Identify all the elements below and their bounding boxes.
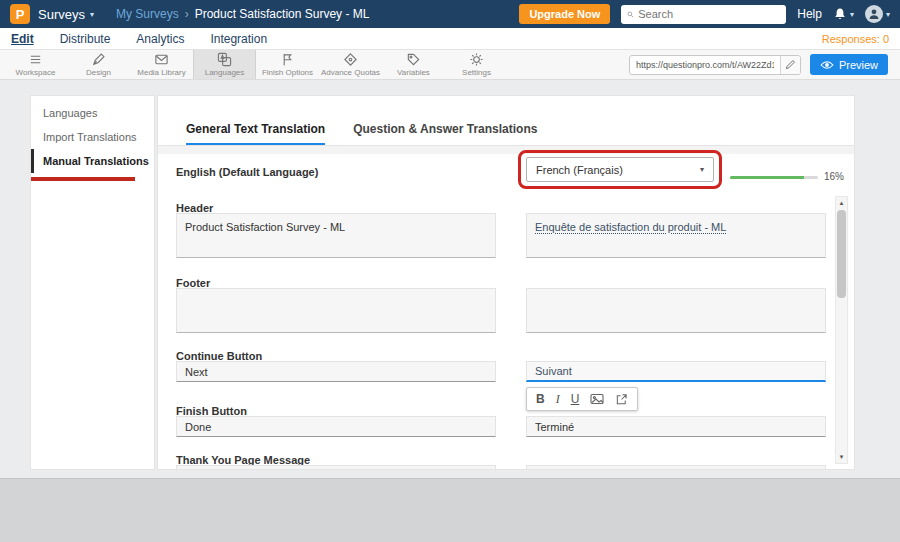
scroll-down-button[interactable]: ▼	[836, 451, 847, 463]
settings-gear-icon	[469, 52, 484, 67]
target-text-header-value: Enquête de satisfaction du produit - ML	[535, 221, 726, 233]
toolbar-item-finish-options[interactable]: Finish Options	[256, 50, 319, 79]
breadcrumb-my-surveys[interactable]: My Surveys	[116, 7, 179, 21]
format-toolbar: B I U	[526, 387, 638, 411]
insert-link-button[interactable]	[615, 393, 628, 406]
toolbar-item-label: Finish Options	[262, 68, 313, 77]
search-input[interactable]	[638, 8, 780, 20]
toolbar-item-label: Advance Quotas	[321, 68, 380, 77]
topbar: P Surveys ▾ My Surveys › Product Satisfa…	[0, 0, 900, 28]
logo-letter: P	[16, 7, 25, 22]
sidebar-item-manual-translations[interactable]: Manual Translations	[31, 149, 154, 173]
toolbar-item-label: Variables	[397, 68, 430, 77]
scrollbar-thumb[interactable]	[837, 210, 846, 298]
target-text-header[interactable]: Enquête de satisfaction du produit - ML	[526, 213, 826, 258]
toolbar-item-variables[interactable]: Variables	[382, 50, 445, 79]
media-library-icon	[154, 52, 169, 67]
upgrade-now-button[interactable]: Upgrade Now	[519, 4, 610, 24]
account-menu[interactable]: ▾	[865, 5, 890, 23]
tab-edit[interactable]: Edit	[11, 32, 34, 46]
source-text-thank-you[interactable]	[176, 465, 496, 470]
bell-icon	[833, 7, 847, 21]
target-text-thank-you[interactable]	[526, 465, 826, 470]
chevron-down-icon: ▾	[700, 165, 704, 174]
pencil-icon	[785, 59, 796, 70]
surveys-menu-label: Surveys	[38, 7, 85, 22]
main-nav: Edit Distribute Analytics Integration Re…	[0, 28, 900, 50]
edit-url-button[interactable]	[780, 56, 800, 74]
translation-progress-percent: 16%	[824, 171, 844, 182]
search-box[interactable]	[621, 5, 786, 24]
toolbar-item-label: Design	[86, 68, 111, 77]
manual-translations-panel: General Text Translation Question & Answ…	[157, 95, 855, 470]
variables-icon	[406, 52, 421, 67]
workspace-icon	[28, 52, 43, 67]
target-input-continue-button[interactable]	[526, 361, 826, 382]
avatar	[865, 5, 883, 23]
source-text-footer[interactable]	[176, 288, 496, 333]
annotation-red-underline	[31, 177, 135, 181]
toolbar-item-advance-quotas[interactable]: Advance Quotas	[319, 50, 382, 79]
breadcrumb-survey-title: Product Satisfaction Survey - ML	[195, 7, 370, 21]
tab-general-text-translation[interactable]: General Text Translation	[186, 122, 325, 145]
breadcrumb-separator: ›	[185, 7, 189, 21]
preview-label: Preview	[839, 59, 878, 71]
target-text-footer[interactable]	[526, 288, 826, 333]
source-language-label: English (Default Language)	[176, 166, 318, 178]
eye-icon	[820, 60, 834, 70]
scroll-up-button[interactable]: ▲	[836, 197, 847, 209]
notifications-menu[interactable]: ▾	[833, 7, 854, 21]
translation-progress-fill	[730, 176, 804, 179]
breadcrumb: My Surveys › Product Satisfaction Survey…	[116, 7, 369, 21]
toolbar-item-languages[interactable]: Languages	[193, 50, 256, 79]
translation-progress-bar	[730, 176, 818, 179]
chevron-down-icon: ▾	[850, 10, 854, 19]
bold-button[interactable]: B	[536, 393, 545, 405]
chevron-down-icon: ▾	[90, 10, 94, 19]
translation-tabs: General Text Translation Question & Answ…	[186, 122, 537, 145]
toolbar-item-label: Media Library	[137, 68, 185, 77]
source-input-continue-button[interactable]	[176, 361, 496, 382]
toolbar-item-design[interactable]: Design	[67, 50, 130, 79]
target-language-value: French (Français)	[536, 164, 623, 176]
topbar-right: Upgrade Now Help ▾ ▾	[519, 4, 890, 24]
edit-toolbar: Workspace Design Media Library Languages…	[0, 50, 900, 80]
underline-button[interactable]: U	[571, 393, 580, 405]
advance-quotas-icon	[343, 52, 358, 67]
person-icon	[867, 7, 881, 21]
source-text-header[interactable]: Product Satisfaction Survey - ML	[176, 213, 496, 258]
target-input-finish-button[interactable]	[526, 416, 826, 437]
target-language-select[interactable]: French (Français) ▾	[526, 157, 714, 182]
toolbar-item-label: Languages	[205, 68, 245, 77]
page-footer-area	[0, 478, 900, 542]
tab-analytics[interactable]: Analytics	[136, 32, 184, 46]
source-input-finish-button[interactable]	[176, 416, 496, 437]
tab-distribute[interactable]: Distribute	[60, 32, 111, 46]
surveys-product-menu[interactable]: Surveys ▾	[38, 7, 94, 22]
toolbar-item-label: Workspace	[16, 68, 56, 77]
tab-question-answer-translations[interactable]: Question & Answer Translations	[353, 122, 537, 145]
translations-sidebar: Languages Import Translations Manual Tra…	[30, 95, 155, 470]
finish-options-icon	[280, 52, 295, 67]
toolbar-item-workspace[interactable]: Workspace	[4, 50, 67, 79]
toolbar-item-settings[interactable]: Settings	[445, 50, 508, 79]
toolbar-item-label: Settings	[462, 68, 491, 77]
design-icon	[91, 52, 106, 67]
preview-button[interactable]: Preview	[810, 54, 888, 75]
questionpro-logo[interactable]: P	[10, 4, 30, 24]
toolbar-right: Preview	[629, 50, 896, 79]
sidebar-item-import-translations[interactable]: Import Translations	[31, 125, 154, 149]
sidebar-item-languages[interactable]: Languages	[31, 101, 154, 125]
scrollbar[interactable]: ▲ ▼	[835, 196, 848, 464]
italic-button[interactable]: I	[556, 393, 560, 405]
tab-integration[interactable]: Integration	[210, 32, 267, 46]
languages-icon	[217, 52, 232, 67]
survey-url-box	[629, 55, 801, 75]
responses-count[interactable]: Responses: 0	[822, 33, 889, 45]
survey-url-input[interactable]	[630, 60, 780, 70]
toolbar-item-media-library[interactable]: Media Library	[130, 50, 193, 79]
search-icon	[627, 9, 634, 20]
chevron-down-icon: ▾	[886, 10, 890, 19]
insert-image-button[interactable]	[590, 393, 604, 405]
help-link[interactable]: Help	[797, 7, 822, 21]
